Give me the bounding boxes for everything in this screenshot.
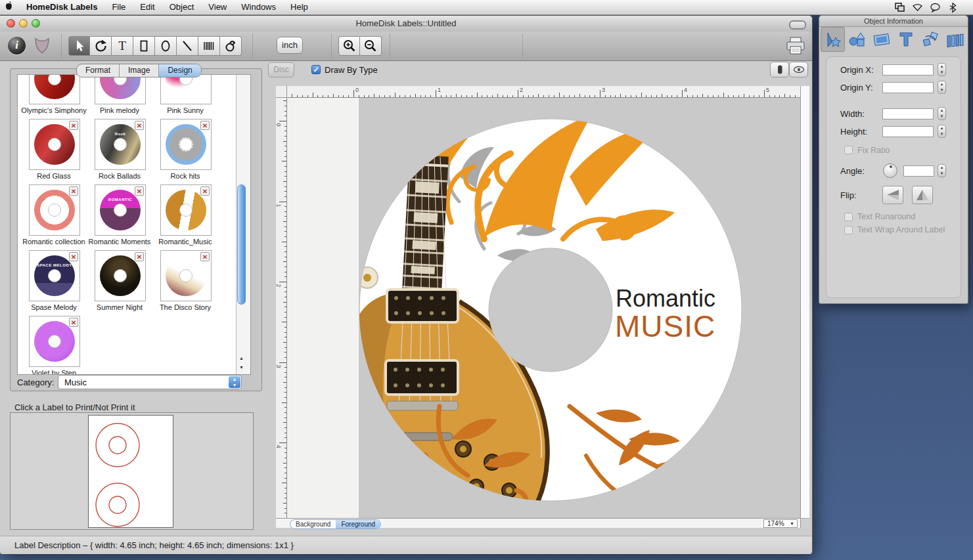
design-thumbnail-spase-melody[interactable]: SPACE MELODY✕: [29, 250, 80, 301]
line-tool[interactable]: [177, 36, 198, 56]
mask-button[interactable]: [33, 36, 51, 54]
ruler-tick: [764, 90, 765, 97]
origin-x-stepper[interactable]: ▲▼: [938, 63, 946, 76]
remove-design-button[interactable]: ✕: [69, 186, 78, 196]
text-runaround-checkbox[interactable]: [844, 213, 853, 221]
bluetooth-icon[interactable]: [947, 2, 959, 13]
menu-help[interactable]: Help: [283, 0, 315, 14]
scroll-down-arrow[interactable]: ▼: [237, 364, 246, 371]
design-disc-hole: [179, 138, 192, 151]
remove-design-button[interactable]: ✕: [200, 186, 210, 196]
design-thumbnail-pink-sunny[interactable]: ✕: [160, 74, 212, 104]
canvas-zoom-control[interactable]: 174% ▼: [763, 519, 798, 528]
toolbar-toggle-lozenge[interactable]: [789, 20, 806, 30]
palette-title[interactable]: Object Information: [819, 16, 968, 27]
design-thumbnail-the-disco-story[interactable]: ✕: [160, 250, 212, 301]
design-thumbnail-violet-by-step[interactable]: ✕: [29, 316, 80, 367]
tab-design[interactable]: Design: [159, 64, 200, 77]
tab-image[interactable]: Image: [120, 64, 159, 77]
remove-design-button[interactable]: ✕: [135, 252, 144, 261]
text-wrap-checkbox[interactable]: [844, 226, 853, 234]
remove-design-button[interactable]: ✕: [200, 121, 210, 130]
remove-design-button[interactable]: ✕: [135, 121, 144, 130]
text-object-icon[interactable]: [894, 27, 918, 52]
text-tool[interactable]: T: [112, 36, 133, 56]
design-scrollbar[interactable]: ▲ ▼: [236, 75, 251, 374]
menu-view[interactable]: View: [201, 0, 234, 14]
layer-tab-foreground[interactable]: Foreground: [336, 520, 380, 528]
design-thumbnail-summer-night[interactable]: ✕: [95, 250, 146, 301]
print-button[interactable]: [784, 35, 807, 56]
preview-eye-button[interactable]: [789, 62, 808, 77]
design-thumbnail-romantic-music[interactable]: ✕: [160, 184, 212, 236]
zoom-in-button[interactable]: [338, 36, 360, 56]
title-bar[interactable]: HomeDisk Labels::Untitled: [0, 16, 812, 32]
wifi-icon[interactable]: [912, 2, 923, 13]
chat-icon[interactable]: [930, 2, 941, 13]
menu-homedisk-labels[interactable]: HomeDisk Labels: [17, 0, 104, 14]
design-thumbnail-pink-melody[interactable]: ✕: [95, 74, 146, 104]
displays-icon[interactable]: [894, 2, 905, 13]
close-button[interactable]: [7, 19, 15, 28]
rectangle-tool[interactable]: [133, 36, 155, 56]
apple-menu-icon[interactable]: [0, 1, 17, 14]
disc-view-button[interactable]: [770, 62, 789, 77]
ink-tool[interactable]: [220, 36, 242, 56]
origin-y-input[interactable]: [882, 82, 934, 93]
layer-tab-background[interactable]: Background: [290, 520, 336, 528]
select-tool[interactable]: [68, 36, 90, 56]
height-input[interactable]: [882, 126, 934, 137]
draw-by-type-checkbox[interactable]: ✓: [311, 65, 321, 74]
menu-file[interactable]: File: [104, 0, 133, 14]
print-preview-page[interactable]: [88, 415, 173, 528]
design-thumbnail-red-glass[interactable]: ✕: [29, 119, 80, 170]
remove-design-button[interactable]: ✕: [69, 121, 78, 130]
angle-knob[interactable]: [883, 163, 897, 178]
menu-windows[interactable]: Windows: [234, 0, 283, 14]
angle-input[interactable]: [903, 165, 934, 177]
disc-button[interactable]: Disc: [268, 62, 294, 77]
canvas-vertical-scrollbar[interactable]: [800, 86, 809, 518]
flip-horizontal-button[interactable]: [882, 186, 903, 204]
transform-icon[interactable]: [821, 27, 845, 52]
design-thumbnail-romantic-moments[interactable]: ROMANTIC✕: [95, 184, 146, 236]
rotate-objects-icon[interactable]: [918, 27, 942, 52]
minimize-button[interactable]: [19, 19, 28, 28]
fence-icon[interactable]: [942, 27, 966, 52]
zoom-out-button[interactable]: [360, 36, 382, 56]
menu-object[interactable]: Object: [162, 0, 202, 14]
remove-design-button[interactable]: ✕: [135, 186, 144, 196]
disc-title-line1[interactable]: Romantic: [616, 285, 715, 312]
design-scrollbar-thumb[interactable]: [237, 184, 246, 305]
fix-ratio-checkbox[interactable]: [844, 146, 853, 154]
text-runaround-label: Text Runaround: [857, 212, 915, 221]
cd-label-artwork[interactable]: Romantic MUSIC: [287, 98, 800, 518]
shapes-icon[interactable]: [845, 27, 869, 52]
width-stepper[interactable]: ▲▼: [938, 107, 946, 120]
rotate-tool[interactable]: [90, 36, 112, 56]
disc-title-line2[interactable]: MUSIC: [615, 309, 715, 343]
remove-design-button[interactable]: ✕: [69, 318, 78, 327]
origin-y-stepper[interactable]: ▲▼: [938, 81, 946, 94]
units-button[interactable]: inch: [277, 37, 303, 54]
design-thumbnail-olympic-s-simphony[interactable]: ✕: [29, 74, 80, 104]
height-stepper[interactable]: ▲▼: [938, 125, 946, 138]
image-icon[interactable]: [869, 27, 894, 52]
design-thumbnail-rock-ballads[interactable]: Rock✕: [95, 119, 146, 170]
angle-stepper[interactable]: ▲▼: [938, 164, 946, 177]
origin-x-input[interactable]: [882, 64, 934, 75]
width-input[interactable]: [882, 108, 934, 119]
remove-design-button[interactable]: ✕: [69, 252, 78, 261]
scroll-up-arrow[interactable]: ▲: [237, 355, 246, 362]
flip-vertical-button[interactable]: [912, 186, 933, 204]
zoom-window-button[interactable]: [32, 19, 40, 28]
info-button[interactable]: i: [8, 37, 26, 54]
design-thumbnail-rock-hits[interactable]: ✕: [160, 119, 212, 170]
menu-edit[interactable]: Edit: [133, 0, 162, 14]
tab-format[interactable]: Format: [77, 64, 120, 77]
oval-tool[interactable]: [155, 36, 177, 56]
design-thumbnail-romantic-collection[interactable]: ✕: [29, 184, 80, 236]
category-popup[interactable]: Music ▲▼: [58, 375, 242, 389]
remove-design-button[interactable]: ✕: [200, 252, 210, 261]
barcode-tool[interactable]: [198, 36, 220, 56]
